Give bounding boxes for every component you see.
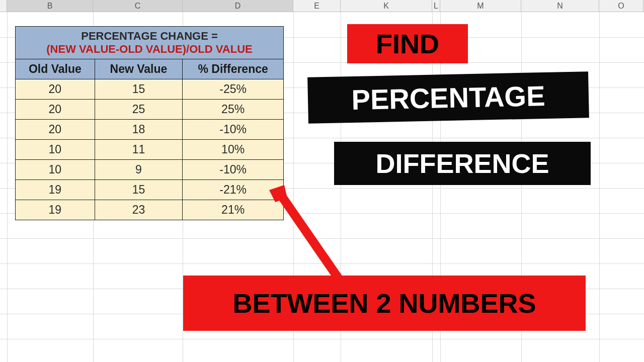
svg-line-2 bbox=[280, 194, 339, 279]
cell-diff[interactable]: 21% bbox=[183, 200, 284, 220]
table-row: 19 15 -21% bbox=[16, 180, 284, 200]
cell-diff[interactable]: -21% bbox=[183, 180, 284, 200]
table-row: 20 18 -10% bbox=[16, 120, 284, 140]
formula-title-line2: (NEW VALUE-OLD VALUE)/OLD VALUE bbox=[18, 43, 281, 56]
cell-diff[interactable]: -25% bbox=[183, 79, 284, 100]
cell-old[interactable]: 20 bbox=[16, 79, 95, 100]
column-header-O[interactable]: O bbox=[599, 0, 643, 12]
percent-change-table[interactable]: PERCENTAGE CHANGE = (NEW VALUE-OLD VALUE… bbox=[15, 26, 284, 220]
cell-old[interactable]: 10 bbox=[16, 140, 95, 160]
column-header-K[interactable]: K bbox=[341, 0, 432, 12]
cell-new[interactable]: 11 bbox=[95, 140, 183, 160]
cell-new[interactable]: 18 bbox=[95, 120, 183, 140]
cell-old[interactable]: 20 bbox=[16, 100, 95, 120]
cell-diff[interactable]: 10% bbox=[183, 140, 284, 160]
header-new-value[interactable]: New Value bbox=[95, 59, 183, 79]
cell-new[interactable]: 23 bbox=[95, 200, 183, 220]
column-header-C[interactable]: C bbox=[93, 0, 183, 12]
cell-new[interactable]: 9 bbox=[95, 160, 183, 180]
table-row: 20 25 25% bbox=[16, 100, 284, 120]
column-header-L[interactable]: L bbox=[432, 0, 440, 12]
cell-new[interactable]: 15 bbox=[95, 79, 183, 100]
column-header-M[interactable]: M bbox=[440, 0, 521, 12]
cell-old[interactable]: 19 bbox=[16, 180, 95, 200]
column-header-B[interactable]: B bbox=[7, 0, 93, 12]
column-header-E[interactable]: E bbox=[293, 0, 341, 12]
cell-diff[interactable]: 25% bbox=[183, 100, 284, 120]
column-header-row: B C D E K L M N O bbox=[0, 0, 644, 12]
cell-diff[interactable]: -10% bbox=[183, 120, 284, 140]
table-row: 10 9 -10% bbox=[16, 160, 284, 180]
header-diff[interactable]: % Difference bbox=[183, 59, 284, 79]
cell-diff[interactable]: -10% bbox=[183, 160, 284, 180]
table-title-cell[interactable]: PERCENTAGE CHANGE = (NEW VALUE-OLD VALUE… bbox=[16, 27, 284, 59]
table-row: 20 15 -25% bbox=[16, 79, 284, 100]
table-row: 19 23 21% bbox=[16, 200, 284, 220]
header-old-value[interactable]: Old Value bbox=[16, 59, 95, 79]
overlay-percentage: PERCENTAGE bbox=[307, 71, 589, 124]
overlay-difference: DIFFERENCE bbox=[334, 142, 591, 185]
cell-new[interactable]: 25 bbox=[95, 100, 183, 120]
cell-old[interactable]: 10 bbox=[16, 160, 95, 180]
column-header-D[interactable]: D bbox=[183, 0, 293, 12]
overlay-between: BETWEEN 2 NUMBERS bbox=[183, 276, 586, 331]
corner-cell[interactable] bbox=[0, 0, 7, 12]
column-header-N[interactable]: N bbox=[521, 0, 599, 12]
cell-new[interactable]: 15 bbox=[95, 180, 183, 200]
overlay-find: FIND bbox=[347, 24, 468, 63]
cell-old[interactable]: 20 bbox=[16, 120, 95, 140]
table-row: 10 11 10% bbox=[16, 140, 284, 160]
cell-old[interactable]: 19 bbox=[16, 200, 95, 220]
formula-title-line1: PERCENTAGE CHANGE = bbox=[18, 30, 281, 43]
